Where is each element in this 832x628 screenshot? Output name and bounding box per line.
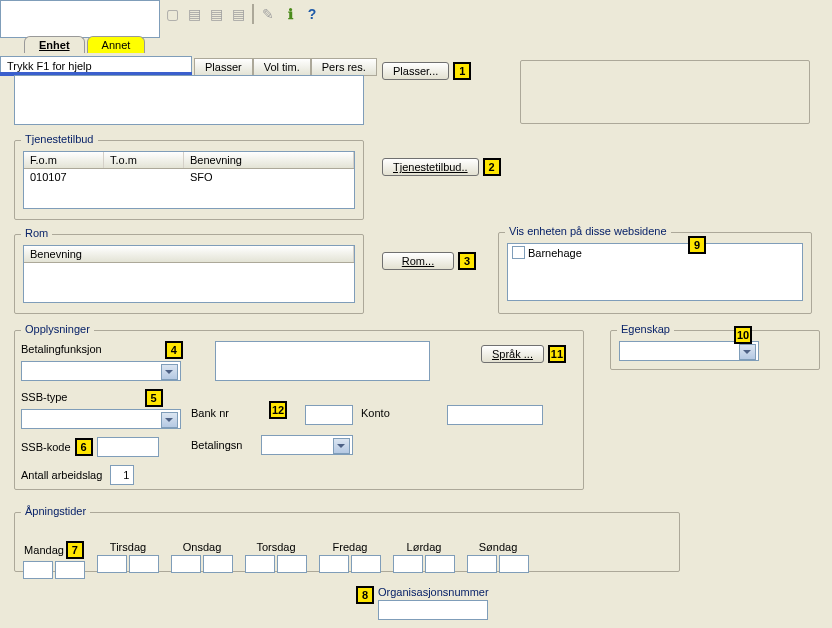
summary-box-top-right	[520, 60, 810, 124]
marker-8: 8	[356, 586, 374, 604]
ssbkode-input[interactable]	[97, 437, 159, 457]
lbl-torsdag: Torsdag	[256, 541, 295, 553]
mandag-to[interactable]	[55, 561, 85, 579]
sondag-from[interactable]	[467, 555, 497, 573]
lbl-antall: Antall arbeidslag	[21, 469, 102, 481]
top-list[interactable]	[14, 75, 364, 125]
lbl-betalingfunksjon: Betalingfunksjon	[21, 343, 102, 355]
visenheten-checkbox[interactable]	[512, 246, 525, 259]
marker-11: 11	[548, 345, 566, 363]
lordag-to[interactable]	[425, 555, 455, 573]
lbl-tirsdag: Tirsdag	[110, 541, 146, 553]
col-plasser: Plasser	[194, 58, 253, 76]
marker-10: 10	[734, 326, 752, 344]
plasser-button[interactable]: Plasser...	[382, 62, 449, 80]
opplysninger-textarea[interactable]	[215, 341, 430, 381]
fredag-to[interactable]	[351, 555, 381, 573]
orgnr-input[interactable]	[378, 600, 488, 620]
tjenestetilbud-button[interactable]: Tjenestetilbud..	[382, 158, 479, 176]
doc3-icon: ▤	[230, 6, 246, 22]
lbl-orgnr: Organisasjonsnummer	[378, 586, 489, 598]
lbl-mandag: Mandag	[24, 544, 64, 556]
col-persres: Pers res.	[311, 58, 377, 76]
visenheten-list[interactable]: Barnehage	[507, 243, 803, 301]
egenskap-select[interactable]	[619, 341, 759, 361]
doc2-icon: ▤	[208, 6, 224, 22]
lbl-ssbtype: SSB-type	[21, 391, 67, 403]
sondag-to[interactable]	[499, 555, 529, 573]
torsdag-to[interactable]	[277, 555, 307, 573]
marker-6: 6	[75, 438, 93, 456]
tjenestetilbud-list[interactable]: F.o.m T.o.m Benevning 010107 SFO	[23, 151, 355, 209]
marker-12: 12	[269, 401, 287, 419]
top-col-headers: Plasser Vol tim. Pers res.	[194, 58, 377, 76]
th-fom: F.o.m	[24, 152, 104, 168]
cell-fom: 010107	[24, 169, 104, 185]
rom-list[interactable]: Benevning	[23, 245, 355, 303]
panel-visenheten: Vis enheten på disse websidene Barnehage	[498, 232, 812, 314]
sprak-button[interactable]: Språk ...	[481, 345, 544, 363]
panel-apningstider: Åpningstider Mandag 7 Tirsdag Onsdag Tor…	[14, 512, 680, 572]
lordag-from[interactable]	[393, 555, 423, 573]
marker-7: 7	[66, 541, 84, 559]
cell-benevning: SFO	[184, 169, 354, 185]
torsdag-from[interactable]	[245, 555, 275, 573]
panel-opplysninger: Opplysninger Betalingfunksjon 4 Språk ..…	[14, 330, 584, 490]
doc1-icon: ▤	[186, 6, 202, 22]
betalingfunksjon-select[interactable]	[21, 361, 181, 381]
tirsdag-to[interactable]	[129, 555, 159, 573]
lbl-fredag: Fredag	[333, 541, 368, 553]
panel-rom: Rom Benevning	[14, 234, 364, 314]
col-voltim: Vol tim.	[253, 58, 311, 76]
panel-egenskap: Egenskap	[610, 330, 820, 370]
marker-3: 3	[458, 252, 476, 270]
tab-annet[interactable]: Annet	[87, 36, 146, 53]
cell-tom	[104, 169, 184, 185]
th-benevning: Benevning	[184, 152, 354, 168]
marker-5: 5	[145, 389, 163, 407]
help-icon[interactable]: ?	[304, 6, 320, 22]
lbl-ssbkode: SSB-kode	[21, 441, 71, 453]
legend-apningstider: Åpningstider	[21, 505, 90, 517]
tirsdag-from[interactable]	[97, 555, 127, 573]
onsdag-to[interactable]	[203, 555, 233, 573]
legend-tjenestetilbud: Tjenestetilbud	[21, 133, 98, 145]
lbl-sondag: Søndag	[479, 541, 518, 553]
konto-input[interactable]	[447, 405, 543, 425]
top-input-area	[0, 0, 160, 38]
betalingsn-select[interactable]	[261, 435, 353, 455]
legend-visenheten: Vis enheten på disse websidene	[505, 225, 671, 237]
legend-egenskap: Egenskap	[617, 323, 674, 335]
th-rom-benevning: Benevning	[24, 246, 354, 262]
lbl-onsdag: Onsdag	[183, 541, 222, 553]
banknr-input[interactable]	[305, 405, 353, 425]
lbl-konto: Konto	[361, 407, 390, 419]
marker-4: 4	[165, 341, 183, 359]
fredag-from[interactable]	[319, 555, 349, 573]
tab-enhet[interactable]: Enhet	[24, 36, 85, 53]
legend-opplysninger: Opplysninger	[21, 323, 94, 335]
tabs: Enhet Annet	[24, 36, 147, 53]
marker-2: 2	[483, 158, 501, 176]
legend-rom: Rom	[21, 227, 52, 239]
onsdag-from[interactable]	[171, 555, 201, 573]
toolbar: ▢ ▤ ▤ ▤ ✎ ℹ ?	[164, 4, 320, 24]
rom-button[interactable]: Rom...	[382, 252, 454, 270]
panel-tjenestetilbud: Tjenestetilbud F.o.m T.o.m Benevning 010…	[14, 140, 364, 220]
table-row[interactable]: 010107 SFO	[24, 169, 354, 185]
copy-icon: ▢	[164, 6, 180, 22]
ssbtype-select[interactable]	[21, 409, 181, 429]
marker-9: 9	[688, 236, 706, 254]
info-icon[interactable]: ℹ	[282, 6, 298, 22]
visenheten-item: Barnehage	[528, 247, 582, 259]
edit-icon: ✎	[260, 6, 276, 22]
lbl-banknr: Bank nr	[191, 407, 229, 419]
marker-1: 1	[453, 62, 471, 80]
lbl-lordag: Lørdag	[407, 541, 442, 553]
th-tom: T.o.m	[104, 152, 184, 168]
mandag-from[interactable]	[23, 561, 53, 579]
antall-input[interactable]	[110, 465, 134, 485]
lbl-betalingsn: Betalingsn	[191, 439, 242, 451]
